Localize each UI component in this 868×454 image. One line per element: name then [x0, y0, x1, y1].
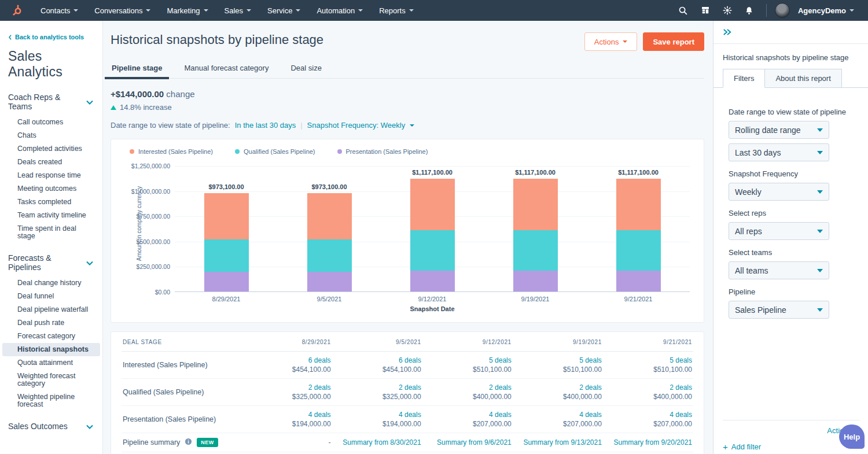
- actions-button[interactable]: Actions: [584, 32, 638, 51]
- marketplace-icon[interactable]: [697, 2, 714, 19]
- summary-link[interactable]: Summary from 9/6/2021: [422, 433, 513, 452]
- dropdown-all-reps[interactable]: All reps: [729, 222, 829, 240]
- nav-item-reports[interactable]: Reports: [372, 0, 421, 21]
- sidebar-item-historical-snapshots[interactable]: Historical snapshots: [2, 343, 100, 356]
- chart-bar-9-21-2021[interactable]: $1,117,100.00: [616, 179, 661, 291]
- date-range-value-link[interactable]: In the last 30 days: [235, 121, 296, 130]
- sidebar-item-tasks-completed[interactable]: Tasks completed: [2, 195, 100, 209]
- chart-bar-segment[interactable]: [410, 230, 455, 271]
- panel-tab-about-this-report[interactable]: About this report: [765, 69, 841, 88]
- sidebar-item-lead-response-time[interactable]: Lead response time: [2, 169, 100, 182]
- sidebar-item-deal-push-rate[interactable]: Deal push rate: [2, 316, 100, 330]
- sidebar-section-coach-reps-teams[interactable]: Coach Reps & Teams: [0, 82, 102, 116]
- deals-link[interactable]: 2 deals: [242, 383, 330, 392]
- chart-bar-8-29-2021[interactable]: $973,100.00: [204, 193, 249, 291]
- chart-bar-segment[interactable]: [513, 230, 558, 271]
- deals-link[interactable]: 6 deals: [333, 356, 421, 364]
- chart-bar-segment[interactable]: [513, 271, 558, 291]
- table-cell: 4 deals$194,000.00: [241, 406, 332, 433]
- deals-link[interactable]: 2 deals: [604, 383, 692, 392]
- filter-label: Pipeline: [729, 287, 868, 296]
- info-icon[interactable]: [185, 438, 192, 447]
- chart-bar-segment[interactable]: [616, 230, 661, 271]
- dropdown-weekly[interactable]: Weekly: [729, 183, 829, 201]
- deals-link[interactable]: 5 deals: [604, 356, 692, 364]
- chart-bar-segment[interactable]: [204, 193, 249, 239]
- summary-link[interactable]: Summary from 9/13/2021: [513, 433, 603, 452]
- settings-icon[interactable]: [719, 2, 736, 19]
- sidebar-item-weighted-pipeline-forecast[interactable]: Weighted pipeline forecast: [2, 390, 100, 411]
- back-to-analytics-link[interactable]: Back to analytics tools: [0, 34, 102, 40]
- pipeline-stage-chart: Interested (Sales Pipeline)Qualified (Sa…: [111, 139, 704, 323]
- chart-bar-segment[interactable]: [513, 179, 558, 230]
- chart-bar-segment[interactable]: [410, 271, 455, 291]
- chart-bar-segment[interactable]: [616, 179, 661, 230]
- summary-link[interactable]: Summary from 8/30/2021: [332, 433, 422, 452]
- tab-deal-size[interactable]: Deal size: [289, 59, 322, 78]
- sidebar-item-forecast-category[interactable]: Forecast category: [2, 330, 100, 343]
- sidebar-item-chats[interactable]: Chats: [2, 129, 100, 142]
- chevron-down-icon[interactable]: [410, 124, 414, 127]
- dropdown-all-teams[interactable]: All teams: [729, 261, 829, 279]
- sidebar-item-weighted-forecast-category[interactable]: Weighted forecast category: [2, 370, 100, 390]
- chart-bar-segment[interactable]: [307, 272, 352, 291]
- nav-item-conversations[interactable]: Conversations: [87, 0, 157, 21]
- sidebar-item-team-activity-timeline[interactable]: Team activity timeline: [2, 209, 100, 222]
- deals-link[interactable]: 5 deals: [424, 356, 512, 364]
- nav-item-contacts[interactable]: Contacts: [34, 0, 85, 21]
- deals-link[interactable]: 4 deals: [424, 411, 512, 419]
- deals-link[interactable]: 5 deals: [514, 356, 602, 364]
- chart-bar-segment[interactable]: [307, 193, 352, 239]
- sidebar-item-deal-change-history[interactable]: Deal change history: [2, 276, 100, 290]
- account-menu[interactable]: AgencyDemo: [795, 6, 858, 15]
- chart-bar-segment[interactable]: [307, 239, 352, 272]
- deals-link[interactable]: 4 deals: [242, 411, 330, 419]
- add-filter-link[interactable]: + Add filter: [723, 442, 860, 452]
- deals-link[interactable]: 2 deals: [424, 383, 512, 392]
- nav-item-sales[interactable]: Sales: [218, 0, 259, 21]
- sidebar-item-quota-attainment[interactable]: Quota attainment: [2, 356, 100, 370]
- dropdown-rolling-date-range[interactable]: Rolling date range: [729, 121, 829, 139]
- deals-link[interactable]: 2 deals: [333, 383, 421, 392]
- nav-item-service[interactable]: Service: [260, 0, 307, 21]
- notifications-icon[interactable]: [741, 2, 758, 19]
- chart-bar-9-19-2021[interactable]: $1,117,100.00: [513, 179, 558, 291]
- sidebar-item-deals-created[interactable]: Deals created: [2, 156, 100, 169]
- chart-bar-9-12-2021[interactable]: $1,117,100.00: [410, 179, 455, 291]
- chart-bar-segment[interactable]: [204, 272, 249, 291]
- sidebar-item-deal-funnel[interactable]: Deal funnel: [2, 290, 100, 303]
- sidebar-section-label: Sales Outcomes: [8, 422, 68, 431]
- sidebar-item-completed-activities[interactable]: Completed activities: [2, 142, 100, 156]
- tab-pipeline-stage[interactable]: Pipeline stage: [111, 59, 163, 78]
- deals-link[interactable]: 4 deals: [333, 411, 421, 419]
- sidebar-item-call-outcomes[interactable]: Call outcomes: [2, 116, 100, 129]
- sidebar-section-sales-outcomes[interactable]: Sales Outcomes: [0, 411, 102, 435]
- nav-item-marketing[interactable]: Marketing: [160, 0, 215, 21]
- deals-link[interactable]: 6 deals: [242, 356, 330, 364]
- panel-tab-filters[interactable]: Filters: [723, 69, 765, 88]
- dropdown-sales-pipeline[interactable]: Sales Pipeline: [729, 301, 829, 319]
- collapse-panel-icon[interactable]: [723, 28, 732, 36]
- user-avatar[interactable]: [775, 3, 790, 18]
- sidebar-item-meeting-outcomes[interactable]: Meeting outcomes: [2, 182, 100, 195]
- hubspot-logo-icon[interactable]: [10, 3, 25, 18]
- sidebar-section-forecasts-pipelines[interactable]: Forecasts & Pipelines: [0, 243, 102, 276]
- chart-bar-segment[interactable]: [410, 179, 455, 230]
- snapshot-frequency-link[interactable]: Snapshot Frequency: Weekly: [307, 121, 406, 130]
- summary-link[interactable]: Summary from 9/20/2021: [603, 433, 693, 452]
- sidebar-item-deal-pipeline-waterfall[interactable]: Deal pipeline waterfall: [2, 303, 100, 316]
- chart-bar-9-5-2021[interactable]: $973,100.00: [307, 193, 352, 291]
- chart-bar-segment[interactable]: [204, 239, 249, 272]
- help-button[interactable]: Help: [839, 425, 865, 449]
- chart-bar-segment[interactable]: [616, 271, 661, 291]
- deals-link[interactable]: 4 deals: [604, 411, 692, 419]
- search-icon[interactable]: [675, 2, 692, 19]
- save-report-button[interactable]: Save report: [643, 32, 704, 51]
- deals-link[interactable]: 2 deals: [514, 383, 602, 392]
- nav-item-automation[interactable]: Automation: [310, 0, 370, 21]
- sidebar-item-time-spent-in-deal-stage[interactable]: Time spent in deal stage: [2, 222, 100, 243]
- tab-manual-forecast-category[interactable]: Manual forecast category: [183, 59, 270, 78]
- table-cell: 6 deals$454,100.00: [241, 352, 332, 379]
- deals-link[interactable]: 4 deals: [514, 411, 602, 419]
- dropdown-last-30-days[interactable]: Last 30 days: [729, 143, 829, 161]
